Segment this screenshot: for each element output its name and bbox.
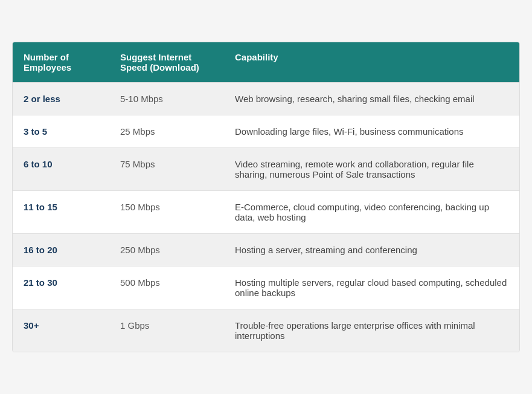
table-row: 3 to 525 MbpsDownloading large files, Wi…: [13, 115, 519, 148]
table-row: 2 or less5-10 MbpsWeb browsing, research…: [13, 83, 519, 115]
cell-employees: 30+: [13, 309, 109, 352]
cell-employees: 11 to 15: [13, 191, 109, 234]
cell-speed: 500 Mbps: [109, 266, 224, 309]
table-row: 16 to 20250 MbpsHosting a server, stream…: [13, 234, 519, 266]
table-row: 30+1 GbpsTrouble-free operations large e…: [13, 309, 519, 352]
cell-capability: Hosting a server, streaming and conferen…: [224, 234, 519, 266]
header-employees: Number of Employees: [13, 42, 109, 83]
cell-capability: Downloading large files, Wi-Fi, business…: [224, 115, 519, 148]
cell-capability: E-Commerce, cloud computing, video confe…: [224, 191, 519, 234]
table-row: 11 to 15150 MbpsE-Commerce, cloud comput…: [13, 191, 519, 234]
cell-speed: 25 Mbps: [109, 115, 224, 148]
cell-speed: 75 Mbps: [109, 148, 224, 191]
cell-speed: 250 Mbps: [109, 234, 224, 266]
cell-employees: 16 to 20: [13, 234, 109, 266]
cell-speed: 5-10 Mbps: [109, 83, 224, 115]
header-speed: Suggest Internet Speed (Download): [109, 42, 224, 83]
table-header-row: Number of Employees Suggest Internet Spe…: [13, 42, 519, 83]
cell-employees: 2 or less: [13, 83, 109, 115]
cell-capability: Trouble-free operations large enterprise…: [224, 309, 519, 352]
cell-employees: 6 to 10: [13, 148, 109, 191]
cell-capability: Web browsing, research, sharing small fi…: [224, 83, 519, 115]
cell-employees: 21 to 30: [13, 266, 109, 309]
cell-employees: 3 to 5: [13, 115, 109, 148]
table-row: 21 to 30500 MbpsHosting multiple servers…: [13, 266, 519, 309]
cell-capability: Video streaming, remote work and collabo…: [224, 148, 519, 191]
cell-speed: 150 Mbps: [109, 191, 224, 234]
cell-speed: 1 Gbps: [109, 309, 224, 352]
header-capability: Capability: [224, 42, 519, 83]
internet-speed-table: Number of Employees Suggest Internet Spe…: [12, 42, 520, 352]
table-row: 6 to 1075 MbpsVideo streaming, remote wo…: [13, 148, 519, 191]
cell-capability: Hosting multiple servers, regular cloud …: [224, 266, 519, 309]
